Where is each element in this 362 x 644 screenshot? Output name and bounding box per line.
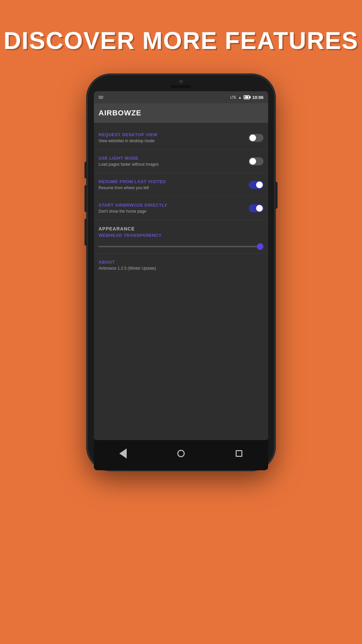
home-button[interactable] (176, 448, 186, 459)
home-icon (177, 450, 185, 457)
setting-text-light: USE LIGHT MODE Load pages faster without… (99, 156, 245, 167)
bottom-navigation (94, 440, 268, 470)
toggle-knob-start (256, 205, 263, 212)
phone-screen: SD LTE ▲ 10:06 AIRBOWZE (94, 91, 268, 440)
about-label: ABOUT (99, 260, 263, 265)
phone-device: SD LTE ▲ 10:06 AIRBOWZE (87, 74, 275, 470)
setting-item-start-directly: START AIRBRWOZE DIRECTLY Don't show the … (94, 197, 268, 220)
speaker (171, 85, 191, 88)
phone-shell: SD LTE ▲ 10:06 AIRBOWZE (87, 74, 275, 470)
setting-desc-desktop: View websites in desktop mode (99, 139, 245, 143)
back-icon (119, 448, 127, 459)
status-icons: LTE ▲ 10:06 (230, 95, 263, 100)
appearance-section-header: APPEARANCE WEBHEAD TRANSPARENCY (94, 220, 268, 240)
setting-label-desktop: REQUEST DESKTOP VIEW (99, 132, 245, 137)
transparency-slider-container (94, 240, 268, 254)
setting-label-start: START AIRBRWOZE DIRECTLY (99, 203, 245, 208)
slider-fill (99, 246, 250, 247)
app-toolbar: AIRBOWZE (94, 103, 268, 123)
appearance-title: APPEARANCE (99, 226, 263, 231)
setting-desc-start: Don't show the home page (99, 209, 245, 214)
toggle-knob-light (249, 158, 256, 165)
setting-desc-resume: Resume from where you left (99, 185, 245, 190)
setting-label-resume: RESUME FROM LAST VISITED (99, 179, 245, 184)
phone-top (171, 79, 191, 88)
slider-track (99, 246, 263, 247)
signal-icon: ▲ (238, 96, 242, 99)
back-button[interactable] (118, 448, 128, 459)
setting-item-light-mode: USE LIGHT MODE Load pages faster without… (94, 150, 268, 173)
setting-text-desktop: REQUEST DESKTOP VIEW View websites in de… (99, 132, 245, 143)
toggle-knob-resume (256, 181, 263, 188)
volume-button-1 (84, 162, 87, 178)
clock: 10:06 (252, 95, 263, 100)
setting-item-resume: RESUME FROM LAST VISITED Resume from whe… (94, 173, 268, 197)
about-description: Airbrowze 1.2.5 (Winter Update) (99, 266, 263, 271)
setting-text-resume: RESUME FROM LAST VISITED Resume from whe… (99, 179, 245, 190)
toggle-desktop-view[interactable] (249, 134, 263, 142)
slider-thumb[interactable] (257, 243, 263, 250)
camera (179, 79, 183, 84)
settings-list: REQUEST DESKTOP VIEW View websites in de… (94, 123, 268, 440)
recents-icon (236, 450, 242, 457)
about-section: ABOUT Airbrowze 1.2.5 (Winter Update) (94, 254, 268, 277)
setting-desc-light: Load pages faster without images (99, 162, 245, 167)
toggle-light-mode[interactable] (249, 157, 263, 165)
battery-icon (244, 95, 250, 99)
setting-label-light: USE LIGHT MODE (99, 156, 245, 161)
page-title: DISCOVER MORE FEATURES (4, 27, 359, 54)
toggle-resume[interactable] (249, 181, 263, 189)
toggle-knob-desktop (249, 135, 256, 141)
volume-button-3 (84, 219, 87, 246)
volume-button-2 (84, 185, 87, 212)
status-bar: SD LTE ▲ 10:06 (94, 91, 268, 103)
lte-indicator: LTE (230, 96, 236, 99)
webhead-label: WEBHEAD TRANSPARENCY (99, 233, 263, 238)
sd-indicator: SD (99, 96, 103, 99)
toggle-start-directly[interactable] (249, 204, 263, 212)
setting-item-desktop-view: REQUEST DESKTOP VIEW View websites in de… (94, 126, 268, 150)
setting-text-start: START AIRBRWOZE DIRECTLY Don't show the … (99, 203, 245, 214)
recents-button[interactable] (234, 448, 244, 459)
app-title: AIRBOWZE (99, 109, 263, 117)
power-button (275, 182, 278, 209)
